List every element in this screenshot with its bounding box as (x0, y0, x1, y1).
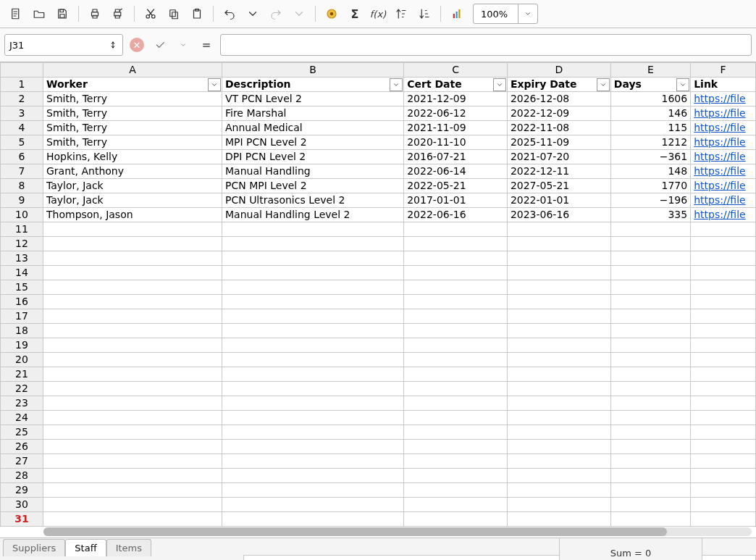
filter-button[interactable] (597, 78, 610, 91)
cell-expiry-date[interactable]: 2021-07-20 (507, 150, 610, 164)
col-header-C[interactable]: C (404, 63, 508, 78)
table-row[interactable]: 20 (1, 353, 756, 367)
spreadsheet-area[interactable]: A B C D E F 1 Worker Description Cert Da… (0, 62, 756, 538)
row-header[interactable]: 28 (1, 469, 43, 483)
table-row[interactable]: 23 (1, 396, 756, 411)
sort-asc-icon[interactable] (391, 4, 411, 24)
cell-expiry-date[interactable]: 2022-11-08 (507, 121, 610, 135)
cell-cert-date[interactable]: 2021-12-09 (404, 92, 508, 106)
cell-cert-date[interactable]: 2022-05-21 (404, 179, 508, 193)
autofilter-icon[interactable] (322, 4, 342, 24)
table-row[interactable]: 17 (1, 309, 756, 324)
header-description[interactable]: Description (222, 78, 403, 92)
table-row[interactable]: 3Smith, TerryFire Marshal2022-06-122022-… (1, 106, 756, 121)
file-link[interactable]: https://file (694, 93, 746, 104)
function-icon[interactable]: f(x) (368, 4, 388, 24)
save-icon[interactable] (52, 4, 72, 24)
cell-description[interactable]: Fire Marshal (222, 106, 403, 121)
header-worker[interactable]: Worker (43, 78, 222, 92)
row-header[interactable]: 23 (1, 396, 43, 411)
cell-link[interactable]: https://file (691, 135, 756, 150)
table-row[interactable]: 8Taylor, JackPCN MPI Level 22022-05-2120… (1, 179, 756, 193)
row-header[interactable]: 3 (1, 106, 43, 121)
sum-icon[interactable]: Σ (345, 4, 365, 24)
row-header[interactable]: 10 (1, 208, 43, 222)
zoom-dropdown-icon[interactable] (518, 4, 537, 23)
cell-reference-input[interactable]: J31 (4, 34, 123, 56)
table-row[interactable]: 12 (1, 237, 756, 251)
cell-worker[interactable]: Taylor, Jack (43, 179, 222, 193)
paste-icon[interactable] (187, 4, 207, 24)
cell-worker[interactable]: Thompson, Jason (43, 208, 222, 222)
scrollbar-thumb[interactable] (43, 527, 667, 536)
table-row[interactable]: 9Taylor, JackPCN Ultrasonics Level 22017… (1, 193, 756, 208)
row-header[interactable]: 18 (1, 324, 43, 338)
cancel-formula-button[interactable]: ✕ (127, 35, 146, 54)
row-header[interactable]: 20 (1, 353, 43, 367)
row-header[interactable]: 5 (1, 135, 43, 150)
cell-cert-date[interactable]: 2020-11-10 (404, 135, 508, 150)
cell-link[interactable]: https://file (691, 208, 756, 222)
row-header[interactable]: 13 (1, 251, 43, 266)
cell-cert-date[interactable]: 2022-06-12 (404, 106, 508, 121)
table-row[interactable]: 11 (1, 222, 756, 237)
sheet-tab-suppliers[interactable]: Suppliers (3, 539, 65, 556)
undo-dropdown-icon[interactable] (243, 4, 263, 24)
cut-icon[interactable] (140, 4, 161, 24)
copy-icon[interactable] (164, 4, 184, 24)
cell-link[interactable]: https://file (691, 164, 756, 179)
cell-description[interactable]: PCN Ultrasonics Level 2 (222, 193, 403, 208)
row-header[interactable]: 14 (1, 266, 43, 280)
cell-days[interactable]: −196 (610, 193, 690, 208)
redo-icon[interactable] (266, 4, 286, 24)
redo-dropdown-icon[interactable] (289, 4, 309, 24)
filter-button[interactable] (390, 78, 403, 91)
cell-worker[interactable]: Smith, Terry (43, 106, 222, 121)
cell-description[interactable]: Manual Handling Level 2 (222, 208, 403, 222)
filter-button[interactable] (676, 78, 689, 91)
cell-days[interactable]: 335 (610, 208, 690, 222)
table-row[interactable]: 29 (1, 483, 756, 498)
header-expiry-date[interactable]: Expiry Date (507, 78, 610, 92)
sheet-tab-items[interactable]: Items (106, 539, 151, 556)
cell-expiry-date[interactable]: 2023-06-16 (507, 208, 610, 222)
row-header[interactable]: 7 (1, 164, 43, 179)
col-header-F[interactable]: F (691, 63, 756, 78)
cell-worker[interactable]: Smith, Terry (43, 121, 222, 135)
table-row[interactable]: 16 (1, 295, 756, 309)
print-preview-icon[interactable] (108, 4, 128, 24)
cell-cert-date[interactable]: 2022-06-16 (404, 208, 508, 222)
row-header[interactable]: 6 (1, 150, 43, 164)
cell-cert-date[interactable]: 2021-11-09 (404, 121, 508, 135)
cell-worker[interactable]: Taylor, Jack (43, 193, 222, 208)
formula-input[interactable] (220, 34, 752, 56)
file-link[interactable]: https://file (694, 209, 746, 220)
cell-link[interactable]: https://file (691, 193, 756, 208)
row-header[interactable]: 26 (1, 440, 43, 454)
table-row[interactable]: 18 (1, 324, 756, 338)
cell-expiry-date[interactable]: 2026-12-08 (507, 92, 610, 106)
row-header[interactable]: 16 (1, 295, 43, 309)
row-header[interactable]: 21 (1, 367, 43, 382)
row-header[interactable]: 27 (1, 454, 43, 469)
header-cert-date[interactable]: Cert Date (404, 78, 508, 92)
file-link[interactable]: https://file (694, 165, 746, 177)
header-link[interactable]: Link (691, 78, 756, 92)
cell-link[interactable]: https://file (691, 92, 756, 106)
table-row[interactable]: 26 (1, 440, 756, 454)
row-header[interactable]: 29 (1, 483, 43, 498)
cell-days[interactable]: 115 (610, 121, 690, 135)
table-row[interactable]: 6Hopkins, KellyDPI PCN Level 22016-07-21… (1, 150, 756, 164)
cell-days[interactable]: 1606 (610, 92, 690, 106)
cellref-dropdown-icon[interactable] (108, 40, 118, 50)
table-row[interactable]: 21 (1, 367, 756, 382)
open-icon[interactable] (29, 4, 49, 24)
col-header-A[interactable]: A (43, 63, 222, 78)
cell-worker[interactable]: Smith, Terry (43, 135, 222, 150)
cell-worker[interactable]: Smith, Terry (43, 92, 222, 106)
row-header[interactable]: 31 (1, 512, 43, 527)
spreadsheet-grid[interactable]: A B C D E F 1 Worker Description Cert Da… (0, 62, 756, 527)
table-row[interactable]: 27 (1, 454, 756, 469)
table-row[interactable]: 24 (1, 411, 756, 425)
file-link[interactable]: https://file (694, 122, 746, 133)
